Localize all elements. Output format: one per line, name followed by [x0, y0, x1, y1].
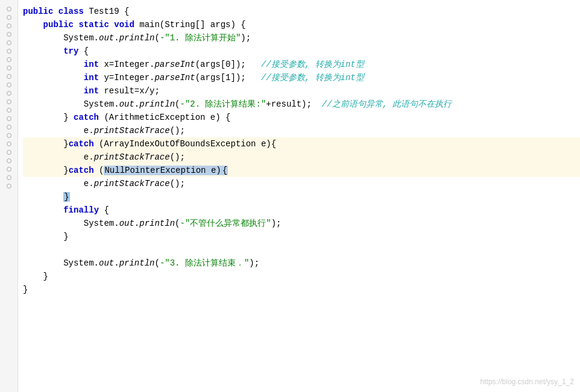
- kw-try-4: try: [63, 46, 84, 56]
- code-line-5: int x=Integer.parseInt(args[0]); //接受参数,…: [23, 58, 580, 71]
- indent-17: System.: [23, 219, 119, 228]
- args1: (args[1]);: [195, 73, 246, 82]
- code-line-20: System.out.println(-"3. 除法计算结束．");: [23, 257, 580, 270]
- kw-public-2: public: [43, 20, 79, 30]
- brace-22: }: [23, 285, 28, 294]
- gutter-dot-21[interactable]: [7, 175, 11, 180]
- code-line-15: }: [23, 190, 580, 204]
- code-line-12: e.printStackTrace();: [23, 151, 580, 164]
- indent-16: [23, 205, 63, 215]
- highlight-brace-13: {: [222, 166, 228, 175]
- indent-18: }: [23, 232, 69, 241]
- code-line-21: }: [23, 270, 580, 283]
- code-line-13: }catch (NullPointerException e){: [23, 164, 580, 177]
- paren-12: ();: [170, 152, 185, 162]
- out-17: out: [119, 219, 134, 228]
- gutter-dot-14[interactable]: [7, 116, 11, 121]
- indent-4: [23, 46, 63, 56]
- gutter-dot-22[interactable]: [7, 184, 11, 188]
- code-line-9: } catch (ArithmeticException e) {: [23, 111, 580, 124]
- indent-9: }: [23, 113, 74, 122]
- indent-3: System.: [23, 33, 99, 43]
- gutter-dot-20[interactable]: [7, 167, 11, 172]
- indent-15: [23, 192, 63, 202]
- kw-static-2: static: [78, 20, 114, 30]
- args0: (args[0]);: [195, 60, 246, 69]
- gutter-dot-11[interactable]: [7, 91, 11, 96]
- gutter-dot-18[interactable]: [7, 150, 11, 155]
- gutter-dot-8[interactable]: [7, 66, 11, 70]
- indent-11: }: [23, 139, 69, 149]
- indent-12: e.: [23, 152, 94, 162]
- indent-10: e.: [23, 126, 94, 135]
- gutter-dot-6[interactable]: [7, 49, 11, 54]
- code-line-2: public static void main(String[] args) {: [23, 18, 580, 31]
- code-area: public class Test19 { public static void…: [18, 0, 580, 392]
- gutter-dot-16[interactable]: [7, 133, 11, 138]
- gutter-dot-13[interactable]: [7, 108, 11, 113]
- stack-12: printStackTrace: [94, 152, 170, 162]
- highlight-close-brace: }: [63, 192, 69, 202]
- comment-5: //接受参数, 转换为int型: [261, 59, 364, 70]
- code-line-3: System.out.println(-"1. 除法计算开始");: [23, 31, 580, 45]
- concat-8: +result);: [266, 99, 312, 109]
- out-3: out: [99, 33, 114, 43]
- gutter-dot-1[interactable]: [7, 7, 11, 11]
- catch-null-open: (: [99, 166, 104, 175]
- code-line-7: int result=x/y;: [23, 84, 580, 98]
- spaces-5: [246, 60, 261, 69]
- indent-7: [23, 86, 84, 96]
- gutter-dot-17[interactable]: [7, 142, 11, 146]
- close-17: );: [271, 219, 282, 228]
- class-name-1: Test19 {: [89, 7, 129, 16]
- stack-14: printStackTrace: [94, 179, 170, 188]
- result-assign: result=x/y;: [104, 86, 159, 96]
- indent-6: [23, 73, 84, 82]
- spaces-8: [312, 99, 322, 109]
- gutter-dot-19[interactable]: [7, 158, 11, 163]
- gutter-dot-4[interactable]: [7, 32, 11, 37]
- kw-int-6: int: [84, 73, 104, 82]
- println-20: println: [119, 258, 155, 268]
- code-line-8: System.out.println(-"2. 除法计算结果:"+result)…: [23, 98, 580, 111]
- paren-17: (: [175, 219, 180, 228]
- kw-catch-13: catch: [69, 166, 99, 175]
- gutter-dot-9[interactable]: [7, 74, 11, 79]
- code-line-4: try {: [23, 45, 580, 58]
- out-20: out: [99, 258, 114, 268]
- indent-8: System.: [23, 99, 119, 109]
- paren-14: ();: [170, 179, 185, 188]
- code-container: public class Test19 { public static void…: [0, 0, 580, 392]
- code-line-22: }: [23, 283, 580, 296]
- gutter-dot-12[interactable]: [7, 99, 11, 104]
- y-assign: y=Integer.: [104, 73, 154, 82]
- code-line-18: }: [23, 230, 580, 243]
- code-line-10: e.printStackTrace();: [23, 124, 580, 137]
- highlight-null: NullPointerException e): [104, 166, 221, 175]
- println-8: println: [139, 99, 175, 109]
- str-17: -"不管什么异常都执行": [180, 218, 271, 229]
- gutter-dot-5[interactable]: [7, 40, 11, 45]
- gutter-dot-15[interactable]: [7, 125, 11, 129]
- code-line-1: public class Test19 {: [23, 5, 580, 18]
- kw-class-1: class: [58, 7, 89, 16]
- gutter-dot-7[interactable]: [7, 57, 11, 62]
- gutter-dot-2[interactable]: [7, 15, 11, 20]
- paren-3: (: [154, 33, 159, 43]
- kw-catch-11: catch: [69, 139, 99, 149]
- str-3: -"1. 除法计算开始": [160, 33, 241, 43]
- paren-10: ();: [170, 126, 185, 135]
- paren-20: (: [154, 258, 159, 268]
- parseint-6: parseInt: [154, 73, 195, 82]
- main-sig: main(String[] args) {: [139, 20, 245, 30]
- indent-13: }: [23, 166, 69, 175]
- gutter-dot-3[interactable]: [7, 23, 11, 28]
- spaces-6: [246, 73, 261, 82]
- kw-void-2: void: [114, 20, 139, 30]
- code-line-6: int y=Integer.parseInt(args[1]); //接受参数,…: [23, 71, 580, 84]
- indent-21: }: [23, 272, 48, 281]
- code-line-19: [23, 243, 580, 257]
- stack-10: printStackTrace: [94, 126, 170, 135]
- indent-2: [23, 20, 43, 30]
- gutter-dot-10[interactable]: [7, 82, 11, 87]
